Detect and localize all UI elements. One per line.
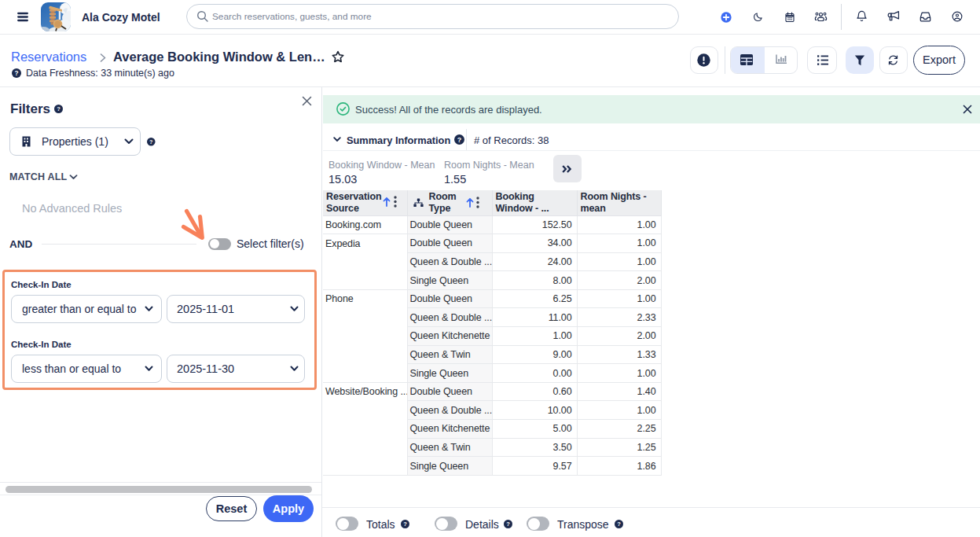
svg-text:?: ?: [617, 520, 621, 528]
svg-text:?: ?: [403, 520, 407, 528]
svg-text:?: ?: [457, 136, 461, 144]
svg-text:?: ?: [57, 105, 61, 112]
svg-text:?: ?: [14, 70, 18, 77]
svg-text:?: ?: [506, 520, 510, 528]
svg-text:?: ?: [149, 138, 152, 145]
